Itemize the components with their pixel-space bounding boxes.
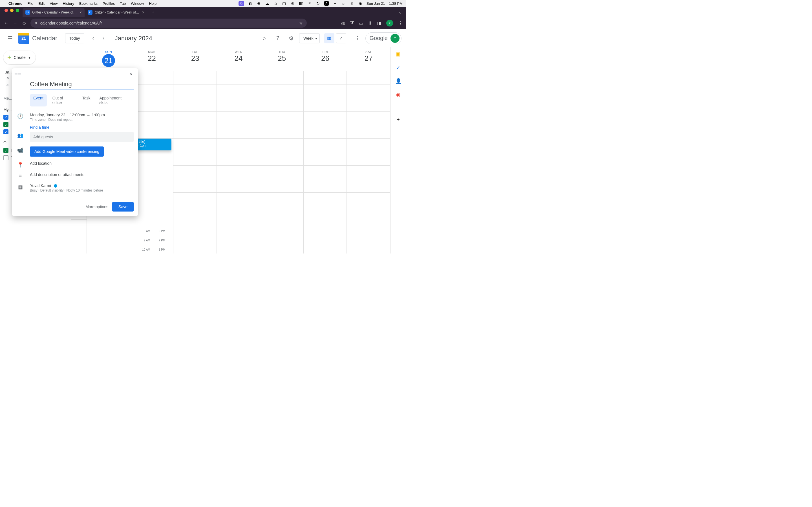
bookmark-star-icon[interactable]: ☆ bbox=[299, 21, 303, 25]
day-column-sat[interactable] bbox=[347, 71, 390, 253]
menubar-date[interactable]: Sun Jan 21 bbox=[366, 1, 385, 6]
menu-bookmarks[interactable]: Bookmarks bbox=[79, 1, 98, 6]
back-button[interactable]: ← bbox=[3, 20, 9, 25]
day-header-mon[interactable]: MON 22 bbox=[130, 47, 174, 71]
calendar-checkbox[interactable] bbox=[3, 122, 8, 127]
minimize-window-button[interactable] bbox=[10, 9, 13, 12]
extension-icon-1[interactable]: ◍ bbox=[341, 20, 345, 26]
day-header-sat[interactable]: SAT 27 bbox=[347, 47, 390, 71]
view-selector[interactable]: Week ▾ bbox=[299, 33, 320, 43]
contacts-icon[interactable]: 👤 bbox=[395, 78, 402, 84]
calendar-checkbox[interactable] bbox=[3, 148, 8, 153]
add-description-input[interactable]: Add description or attachments bbox=[30, 172, 134, 177]
add-addons-icon[interactable]: + bbox=[395, 116, 402, 123]
wifi-icon[interactable]: ⌔ bbox=[307, 1, 312, 6]
menu-file[interactable]: File bbox=[28, 1, 33, 6]
event-date[interactable]: Monday, January 22 bbox=[30, 113, 65, 117]
save-button[interactable]: Save bbox=[112, 202, 134, 212]
add-guests-input[interactable]: Add guests bbox=[30, 132, 134, 142]
tab-out-of-office[interactable]: Out of office bbox=[49, 94, 77, 107]
timezone-repeat-label[interactable]: Time zone · Does not repeat bbox=[30, 118, 134, 122]
google-apps-button[interactable]: ⋮⋮⋮ bbox=[352, 33, 363, 44]
tab-task[interactable]: Task bbox=[79, 94, 94, 107]
menu-profiles[interactable]: Profiles bbox=[103, 1, 115, 6]
tabs-dropdown-icon[interactable]: ⌄ bbox=[395, 7, 406, 17]
status-icon-1[interactable]: ◐ bbox=[248, 1, 253, 6]
day-column-wed[interactable] bbox=[217, 71, 260, 253]
drag-handle-icon[interactable]: ══ bbox=[15, 71, 21, 76]
today-button[interactable]: Today bbox=[65, 33, 84, 43]
address-bar[interactable]: ⚙ calendar.google.com/calendar/u/0/r ☆ bbox=[31, 18, 307, 27]
tab-event[interactable]: Event bbox=[30, 94, 47, 107]
menu-help[interactable]: Help bbox=[149, 1, 157, 6]
clock-icon[interactable]: ↻ bbox=[316, 1, 320, 6]
day-column-fri[interactable] bbox=[304, 71, 347, 253]
battery-icon[interactable]: ▮▯ bbox=[299, 1, 303, 6]
status-icon-4[interactable]: ⌂ bbox=[273, 1, 278, 6]
browser-tab-1[interactable]: 21 Glitter - Calendar - Week of J... × bbox=[22, 8, 85, 17]
calendar-checkbox[interactable] bbox=[3, 115, 8, 120]
close-dialog-button[interactable]: × bbox=[126, 69, 135, 78]
settings-button[interactable]: ⚙ bbox=[286, 33, 297, 44]
calendar-view-toggle[interactable]: ▦ bbox=[324, 33, 335, 43]
event-end-time[interactable]: 1:00pm bbox=[92, 113, 105, 117]
status-icon-a[interactable]: A bbox=[324, 1, 329, 6]
add-location-input[interactable]: Add location bbox=[30, 161, 134, 166]
mini-day[interactable]: 31 bbox=[4, 81, 11, 88]
create-button[interactable]: + Create ▾ bbox=[3, 51, 36, 64]
browser-tab-2[interactable]: 21 Glitter - Calendar - Week of J... × bbox=[85, 8, 147, 17]
profile-avatar[interactable]: Y bbox=[386, 20, 393, 26]
forward-button[interactable]: → bbox=[12, 20, 18, 25]
screen-record-icon[interactable]: ⧉ bbox=[239, 1, 244, 6]
close-tab-icon[interactable]: × bbox=[142, 10, 144, 15]
close-tab-icon[interactable]: × bbox=[80, 10, 82, 15]
maximize-window-button[interactable] bbox=[16, 9, 19, 12]
status-icon-5[interactable]: ▢ bbox=[282, 1, 287, 6]
menu-window[interactable]: Window bbox=[131, 1, 144, 6]
new-tab-button[interactable]: + bbox=[148, 7, 158, 17]
calendar-checkbox[interactable] bbox=[3, 155, 8, 160]
menu-edit[interactable]: Edit bbox=[38, 1, 45, 6]
day-column-thu[interactable] bbox=[260, 71, 304, 253]
menubar-app[interactable]: Chrome bbox=[8, 1, 22, 6]
control-center-icon[interactable]: ⎚ bbox=[350, 1, 354, 6]
close-window-button[interactable] bbox=[4, 9, 8, 12]
status-icon-2[interactable]: ⊕ bbox=[257, 1, 261, 6]
day-header-fri[interactable]: FRI 26 bbox=[304, 47, 347, 71]
day-header-thu[interactable]: THU 25 bbox=[260, 47, 304, 71]
tasks-view-toggle[interactable]: ✓ bbox=[336, 33, 346, 43]
reading-list-icon[interactable]: ▭ bbox=[359, 20, 363, 26]
tasks-icon[interactable]: ✓ bbox=[395, 64, 402, 71]
spotlight-icon[interactable]: ⌕ bbox=[341, 1, 346, 6]
add-meet-button[interactable]: Add Google Meet video conferencing bbox=[30, 147, 104, 157]
event-title-input[interactable] bbox=[30, 79, 134, 90]
reload-button[interactable]: ⟳ bbox=[21, 20, 27, 26]
tab-appointment-slots[interactable]: Appointment slots bbox=[96, 94, 134, 107]
menu-history[interactable]: History bbox=[63, 1, 74, 6]
bluetooth-icon[interactable]: ⌖ bbox=[333, 1, 337, 6]
prev-period-button[interactable]: ‹ bbox=[89, 34, 98, 43]
calendar-owner-label[interactable]: Yuval Karmi bbox=[30, 183, 51, 188]
day-header-tue[interactable]: TUE 23 bbox=[173, 47, 217, 71]
menubar-time[interactable]: 1:38 PM bbox=[389, 1, 403, 6]
menu-view[interactable]: View bbox=[50, 1, 57, 6]
menu-tab[interactable]: Tab bbox=[120, 1, 126, 6]
day-header-wed[interactable]: WED 24 bbox=[217, 47, 260, 71]
chrome-menu-icon[interactable]: ⋮ bbox=[398, 20, 403, 26]
status-icon-3[interactable]: ☁ bbox=[265, 1, 269, 6]
next-period-button[interactable]: › bbox=[99, 34, 108, 43]
main-menu-button[interactable]: ☰ bbox=[4, 33, 16, 44]
account-area[interactable]: Google Y bbox=[365, 33, 402, 44]
siri-icon[interactable]: ◉ bbox=[358, 1, 363, 6]
extensions-icon[interactable]: ⧩ bbox=[350, 20, 354, 25]
find-a-time-link[interactable]: Find a time bbox=[30, 125, 134, 129]
side-panel-icon[interactable]: ◨ bbox=[377, 20, 381, 26]
event-defaults-label[interactable]: Busy · Default visibility · Notify 10 mi… bbox=[30, 188, 134, 192]
support-button[interactable]: ? bbox=[272, 33, 283, 44]
more-options-button[interactable]: More options bbox=[86, 205, 108, 209]
maps-icon[interactable]: ◉ bbox=[395, 91, 402, 98]
status-icon-6[interactable]: ⊘ bbox=[290, 1, 295, 6]
day-header-sun[interactable]: SUN 21 bbox=[87, 47, 130, 71]
downloads-icon[interactable]: ⬇ bbox=[368, 20, 372, 26]
day-column-tue[interactable] bbox=[173, 71, 217, 253]
